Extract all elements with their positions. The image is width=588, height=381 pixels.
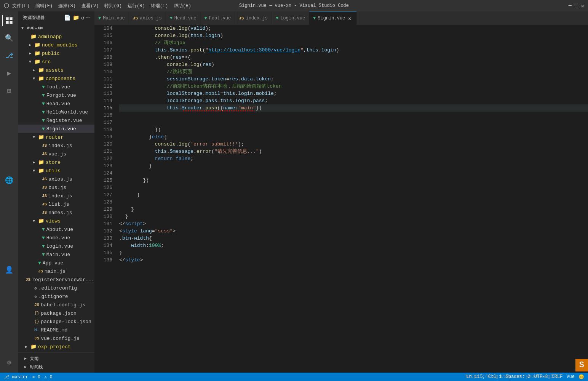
menu-bar[interactable]: 文件(F)编辑(E)选择(S)查看(V)转到(G)运行(R)终端(T)帮助(H) [12, 3, 191, 9]
feedback-icon[interactable]: 😊 [578, 374, 584, 380]
tab-index-js[interactable]: JSindex.js [235, 11, 272, 25]
sidebar-item-utils[interactable]: ▼📁utils [18, 166, 94, 175]
tab-label: Signin.vue [318, 16, 345, 21]
sidebar-item-components[interactable]: ▼📁components [18, 74, 94, 83]
tab-label: index.js [246, 16, 268, 21]
js-file-icon: JS [133, 16, 138, 21]
git-branch[interactable]: ⎇ master [4, 374, 28, 380]
sidebar-item-public[interactable]: ▶📁public [18, 49, 94, 58]
line-number: 111 [94, 75, 112, 83]
sidebar-item-exp-project[interactable]: ▶📁exp-project [18, 343, 94, 351]
sidebar-item-list-js[interactable]: JSlist.js [18, 200, 94, 208]
sidebar-item-package-json[interactable]: {}package.json [18, 309, 94, 317]
sidebar-item-names-js[interactable]: JSnames.js [18, 208, 94, 217]
sidebar-item-register-vue[interactable]: ▼Register.vue [18, 116, 94, 125]
sidebar-item--gitignore[interactable]: ⚙.gitignore [18, 292, 94, 301]
menu-item[interactable]: 终端(T) [151, 3, 168, 9]
sidebar-item-bus-js[interactable]: JSbus.js [18, 183, 94, 192]
line-number: 112 [94, 83, 112, 90]
menu-item[interactable]: 编辑(E) [35, 3, 53, 9]
sidebar-item-about-vue[interactable]: ▼About.vue [18, 225, 94, 234]
tab-login-vue[interactable]: ▼Login.vue [272, 11, 309, 25]
menu-item[interactable]: 选择(S) [58, 3, 76, 9]
tab-axios-js[interactable]: JSaxios.js [129, 11, 166, 25]
file-tree: ▼VUE-XM📁adminapp▶📁node_modules▶📁public▼📁… [18, 24, 94, 352]
menu-item[interactable]: 文件(F) [12, 3, 30, 9]
sidebar-item-src[interactable]: ▼📁src [18, 58, 94, 66]
tab-foot-vue[interactable]: ▼Foot.vue [200, 11, 235, 25]
sidebar-item-index-js[interactable]: JSindex.js [18, 141, 94, 150]
tab-head-vue[interactable]: ▼Head.vue [166, 11, 201, 25]
outline-section[interactable]: ▶ 大纲 [18, 354, 94, 363]
sidebar-item-vue-xm[interactable]: ▼VUE-XM [18, 24, 94, 32]
activity-explorer[interactable] [2, 13, 16, 28]
sidebar-item-signin-vue[interactable]: ▼Signin.vue [18, 125, 94, 133]
sidebar-item-main-js[interactable]: JSmain.js [18, 267, 94, 275]
sidebar-item-head-vue[interactable]: ▼Head.vue [18, 99, 94, 108]
activity-source-control[interactable]: ⎇ [2, 48, 16, 63]
activity-account[interactable]: 👤 [2, 263, 16, 277]
sidebar-item-registerservicewor---[interactable]: JSregisterServiceWor... [18, 275, 94, 284]
activity-search[interactable]: 🔍 [2, 31, 16, 45]
window-controls[interactable]: ─ □ ✕ [569, 3, 584, 9]
sidebar-item-helloworld-vue[interactable]: ▼HelloWorld.vue [18, 108, 94, 116]
warning-count[interactable]: ⚠ 0 [44, 374, 53, 380]
line-number: 135 [94, 249, 112, 256]
sidebar-item-node-modules[interactable]: ▶📁node_modules [18, 41, 94, 49]
line-number: 108 [94, 54, 112, 61]
sidebar-item-foot-vue[interactable]: ▼Foot.vue [18, 83, 94, 91]
line-number: 124 [94, 170, 112, 177]
sidebar-item-app-vue[interactable]: ▼App.vue [18, 259, 94, 267]
editor-main: 1041051061071081091101111121131141151161… [94, 25, 588, 373]
tab-close-button[interactable]: ✕ [347, 15, 352, 22]
close-button[interactable]: ✕ [581, 3, 584, 9]
new-folder-icon[interactable]: 📁 [73, 14, 80, 21]
sidebar-item-adminapp[interactable]: 📁adminapp [18, 32, 94, 41]
sidebar-item-assets[interactable]: ▶📁assets [18, 66, 94, 74]
menu-item[interactable]: 转到(G) [104, 3, 122, 9]
menu-item[interactable]: 帮助(H) [174, 3, 191, 9]
new-file-icon[interactable]: 📄 [64, 14, 71, 21]
menu-item[interactable]: 运行(R) [128, 3, 145, 9]
line-number: 134 [94, 242, 112, 249]
tab-label: axios.js [140, 16, 162, 21]
sidebar-item-home-vue[interactable]: ▼Home.vue [18, 234, 94, 242]
tab-label: Main.vue [103, 16, 125, 21]
minimize-button[interactable]: ─ [569, 3, 572, 9]
sidebar-item-index-js[interactable]: JSindex.js [18, 192, 94, 200]
sidebar-item-login-vue[interactable]: ▼Login.vue [18, 242, 94, 250]
activity-extensions[interactable]: ⊞ [2, 83, 16, 98]
code-line: console.log(valid); [119, 25, 588, 32]
sidebar-item-router[interactable]: ▼📁router [18, 133, 94, 141]
menu-item[interactable]: 查看(V) [81, 3, 99, 9]
sidebar-item-readme-md[interactable]: M↓README.md [18, 326, 94, 334]
line-number: 110 [94, 68, 112, 75]
sidebar-item-vue-config-js[interactable]: JSvue.config.js [18, 334, 94, 343]
refresh-icon[interactable]: ↺ [81, 14, 85, 21]
sidebar-item--editorconfig[interactable]: ⚙.editorconfig [18, 284, 94, 292]
activity-remote[interactable]: 🌐 [2, 173, 16, 187]
activity-run[interactable]: ▶ [2, 66, 16, 80]
sidebar-header-icons[interactable]: 📄 📁 ↺ ⋯ [64, 14, 90, 21]
sidebar-item-babel-config-js[interactable]: JSbabel.config.js [18, 301, 94, 309]
error-count[interactable]: ✕ 0 [32, 374, 40, 380]
sidebar-item-package-lock-json[interactable]: {}package-lock.json [18, 317, 94, 326]
sidebar-item-views[interactable]: ▼📁views [18, 217, 94, 225]
sidebar-item-forgot-vue[interactable]: ▼Forgot.vue [18, 91, 94, 99]
sidebar-item-vue-js[interactable]: JSvue.js [18, 150, 94, 158]
sidebar-item-axios-js[interactable]: JSaxios.js [18, 175, 94, 183]
activity-settings[interactable]: ⚙ [2, 355, 16, 370]
line-number: 123 [94, 162, 112, 170]
code-line: width:100%; [119, 242, 588, 249]
line-number: 118 [94, 126, 112, 133]
timeline-section[interactable]: ▶ 时间线 [18, 363, 94, 371]
sidebar-item-main-vue[interactable]: ▼Main.vue [18, 250, 94, 259]
tab-main-vue[interactable]: ▼Main.vue [94, 11, 129, 25]
sidebar-item-store[interactable]: ▶📁store [18, 158, 94, 166]
vue-file-icon: ▼ [98, 16, 101, 21]
language-mode[interactable]: Vue [566, 374, 575, 379]
collapse-icon[interactable]: ⋯ [86, 14, 90, 21]
maximize-button[interactable]: □ [575, 3, 578, 9]
code-content[interactable]: console.log(valid); console.log(this.log… [115, 25, 588, 373]
tab-signin-vue[interactable]: ▼Signin.vue✕ [309, 11, 357, 25]
